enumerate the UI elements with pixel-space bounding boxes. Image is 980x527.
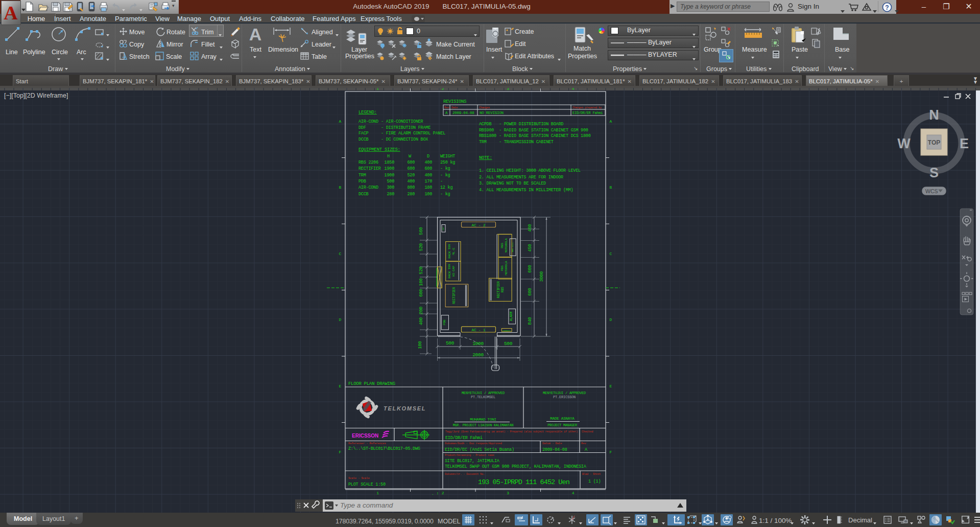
svg-text:EID/DR/ER Fahmi: EID/DR/ER Fahmi (572, 111, 603, 115)
svg-text:E: E (339, 384, 342, 388)
svg-text:FACP: FACP (358, 131, 369, 136)
svg-text:RECTIFIER: RECTIFIER (358, 166, 381, 171)
svg-text:FLOOR PLAN DRAWING: FLOOR PLAN DRAWING (348, 381, 395, 386)
svg-text:Date: Date (451, 106, 458, 109)
svg-text:2000: 2000 (472, 352, 484, 358)
svg-text:800: 800 (407, 185, 415, 190)
svg-text:450: 450 (528, 244, 533, 251)
svg-text:C: C (610, 251, 612, 256)
svg-text:Dokumen/nr. - Document No.: Dokumen/nr. - Document No. (445, 473, 485, 476)
svg-text:F: F (339, 450, 342, 454)
svg-text:600: 600 (424, 166, 432, 171)
svg-text:520: 520 (419, 243, 424, 251)
svg-text:400: 400 (424, 160, 432, 165)
svg-text:AC - 2: AC - 2 (471, 223, 485, 227)
svg-text:PDB: PDB (358, 179, 366, 184)
svg-text:PT.ERICSSON: PT.ERICSSON (553, 395, 576, 399)
svg-text:520: 520 (407, 173, 415, 178)
svg-text:RECTIFIER: RECTIFIER (497, 281, 500, 298)
svg-text:Rev: Rev (444, 106, 449, 109)
svg-text:EQUIPMENT SIZES:: EQUIPMENT SIZES: (358, 147, 400, 152)
svg-text:RBS: RBS (501, 287, 505, 292)
svg-text:TELKOMSEL: TELKOMSEL (384, 405, 426, 411)
svg-text:600: 600 (528, 288, 533, 295)
svg-text:1900: 1900 (385, 166, 395, 171)
svg-text:A: A (249, 25, 262, 44)
svg-text:400: 400 (419, 317, 424, 325)
svg-text:WCS: WCS (925, 188, 938, 194)
svg-text:193 05-IPRPD 111 6452 Uen: 193 05-IPRPD 111 6452 Uen (478, 478, 569, 486)
svg-text:REVISIONS: REVISIONS (443, 99, 466, 104)
svg-text:3: 3 (507, 491, 509, 495)
svg-text:Rev: Rev (581, 442, 586, 445)
svg-text:- POWER DISTRIBUTION BOARD: - POWER DISTRIBUTION BOARD (499, 122, 563, 127)
svg-text:RACK TRM: RACK TRM (448, 244, 451, 259)
svg-text:EID/DR/ER Fahmi: EID/DR/ER Fahmi (445, 436, 483, 441)
svg-text:1900: 1900 (385, 173, 395, 178)
svg-text:600: 600 (528, 265, 533, 272)
svg-text:DDF: DDF (442, 226, 444, 231)
svg-text:NOTE:: NOTE: (479, 155, 492, 161)
svg-text:460: 460 (528, 224, 533, 232)
svg-text:AIR-COND: AIR-COND (358, 119, 378, 124)
svg-text:D: D (427, 154, 429, 159)
svg-text:D: D (610, 317, 612, 322)
svg-text:MOTOROLA: MOTOROLA (505, 261, 508, 276)
svg-text:TRM: TRM (479, 140, 487, 145)
svg-text:500: 500 (504, 341, 513, 347)
svg-text:A: A (339, 119, 342, 124)
svg-text:RBS 2206: RBS 2206 (358, 160, 378, 165)
svg-text:A: A (4, 2, 18, 24)
svg-text:2009-04-08: 2009-04-08 (542, 447, 567, 452)
svg-text:Datum - Date: Datum - Date (542, 442, 562, 445)
svg-text:TRM: TRM (358, 173, 366, 178)
svg-text:C: C (339, 251, 342, 256)
svg-text:MENYETUJUI / APPROVED: MENYETUJUI / APPROVED (462, 391, 505, 395)
svg-text:- DISTRIBUTION FRAME: - DISTRIBUTION FRAME (381, 125, 431, 130)
svg-text:2. ALL MEASUREMENTS ARE FOR I: 2. ALL MEASUREMENTS ARE FOR INDOOR (479, 175, 563, 180)
svg-text:2009-04-08: 2009-04-08 (452, 111, 474, 115)
svg-text:3000: 3000 (539, 271, 544, 282)
svg-text:Blad - Sheet: Blad - Sheet (582, 473, 601, 476)
svg-text:MGR. PROJECT LIAISON KALIMANTA: MGR. PROJECT LIAISON KALIMANTAN (453, 423, 514, 427)
svg-text:1000: 1000 (472, 341, 484, 347)
svg-text:- TRANSMISSION CABINET: - TRANSMISSION CABINET (499, 140, 554, 145)
svg-text:100: 100 (418, 341, 423, 349)
svg-text:DCCB: DCCB (358, 137, 369, 142)
svg-text:400: 400 (407, 179, 415, 184)
svg-text:ERICSSON: ERICSSON (352, 433, 378, 439)
svg-text:500: 500 (446, 340, 455, 346)
svg-text:600: 600 (407, 166, 415, 171)
svg-text:TELKOMSEL SWAP OUT GSM 900 PRO: TELKOMSEL SWAP OUT GSM 900 PROJECT, KALI… (445, 464, 587, 469)
svg-text:TOP: TOP (928, 139, 940, 146)
svg-text:-: - (440, 179, 443, 184)
svg-text:RBS 2111: RBS 2111 (511, 242, 514, 252)
svg-text:840: 840 (528, 317, 533, 325)
svg-text:RBS900: RBS900 (479, 128, 494, 133)
svg-text:4. ALL MEASUREMENTS IN MILLIM: 4. ALL MEASUREMENTS IN MILLIMETER (MM) (479, 188, 573, 193)
svg-text:100: 100 (419, 278, 424, 286)
svg-text:600: 600 (407, 160, 415, 165)
svg-text:520: 520 (419, 266, 424, 274)
svg-text:RACK TRM: RACK TRM (448, 264, 451, 279)
svg-text:Changes prepared by: Changes prepared by (572, 106, 602, 109)
svg-text:PLOT SCALE 1:50: PLOT SCALE 1:50 (348, 482, 386, 487)
svg-text:MADE ASNAYA: MADE ASNAYA (550, 417, 575, 421)
svg-text:E: E (960, 136, 969, 151)
svg-text:B: B (339, 185, 342, 190)
svg-text:F: F (610, 450, 612, 454)
svg-text:WEIGHT: WEIGHT (440, 154, 455, 159)
svg-text:AC - 1: AC - 1 (471, 328, 486, 332)
svg-text:3. DRAWING NOT TO BE SCALED: 3. DRAWING NOT TO BE SCALED (479, 181, 546, 186)
svg-text:PROJECT MANAGER: PROJECT MANAGER (547, 423, 577, 427)
svg-text:SITE BLC017, JATIMULIA: SITE BLC017, JATIMULIA (445, 459, 500, 464)
svg-text:- AIR-CONDITIONER: - AIR-CONDITIONER (381, 119, 423, 124)
svg-text:MOTOROLA: MOTOROLA (505, 238, 508, 253)
svg-text:D: D (339, 317, 342, 322)
svg-text:3: 3 (507, 88, 509, 91)
svg-text:NO REVISION: NO REVISION (480, 111, 504, 115)
svg-text:RECTIFIER: RECTIFIER (452, 287, 456, 304)
svg-text:Referenser - References: Referenser - References (348, 442, 386, 445)
svg-text:RBS: RBS (500, 243, 504, 248)
svg-text:ALARM: ALARM (510, 312, 513, 322)
